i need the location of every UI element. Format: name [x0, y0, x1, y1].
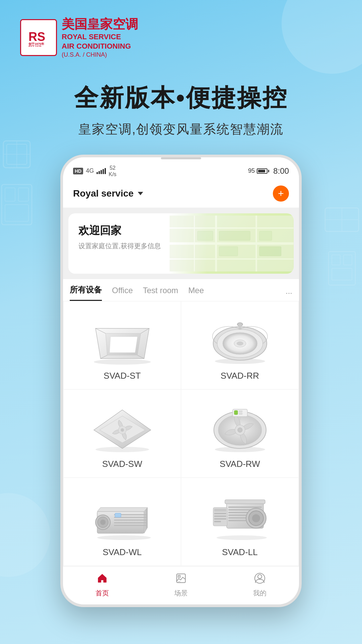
- svad-st-label: SVAD-ST: [104, 371, 141, 381]
- nav-home-label: 首页: [96, 589, 109, 598]
- phone-wrapper: HD 4G 52K/s 95: [0, 155, 362, 627]
- svg-text:RS: RS: [28, 30, 45, 44]
- nav-item-scene[interactable]: 场景: [142, 567, 221, 604]
- speed-text: 52K/s: [109, 165, 116, 177]
- add-icon: +: [278, 189, 284, 199]
- svg-rect-13: [344, 255, 352, 265]
- logo-cn-name: 美国皇家空调: [62, 17, 138, 32]
- device-card-svad-wl[interactable]: SVAD-WL: [64, 478, 181, 566]
- svg-rect-77: [228, 506, 262, 508]
- svg-point-85: [252, 514, 260, 522]
- svad-st-image: [89, 312, 156, 365]
- profile-icon: [254, 573, 265, 587]
- logo-en3: (U.S.A. / CHINA): [62, 51, 138, 58]
- tab-all-devices[interactable]: 所有设备: [70, 284, 102, 301]
- device-card-svad-rw[interactable]: SVAD-RW: [181, 390, 298, 477]
- hd-badge: HD: [73, 168, 83, 174]
- welcome-card[interactable]: 欢迎回家 设置家庭位置,获得更多信息: [68, 213, 294, 274]
- logo-icon: RS 创于1975年 EST.1975: [20, 19, 57, 56]
- hero-subtitle: 皇家空调,创领变风量系统智慧潮流: [20, 121, 342, 138]
- svg-rect-7: [5, 205, 28, 221]
- svad-wl-image: [89, 488, 156, 542]
- battery-icon: 95: [248, 167, 269, 174]
- svad-rw-image: [206, 400, 274, 453]
- signal-bar-3: [101, 170, 102, 174]
- add-button[interactable]: +: [273, 185, 289, 202]
- hero-title: 全新版本•便捷操控: [20, 82, 342, 114]
- battery-fill: [258, 170, 265, 172]
- svg-rect-59: [239, 413, 242, 415]
- svad-ll-label: SVAD-LL: [222, 547, 257, 557]
- svg-point-96: [258, 575, 262, 579]
- svg-rect-87: [214, 509, 226, 512]
- chevron-down-icon[interactable]: [138, 192, 143, 195]
- logo-en2: AIR CONDITIONING: [62, 42, 138, 51]
- device-card-svad-st[interactable]: SVAD-ST: [64, 302, 181, 389]
- svg-marker-63: [97, 507, 147, 512]
- notch: [161, 157, 201, 159]
- svg-rect-6: [18, 188, 28, 201]
- tab-office[interactable]: Office: [112, 286, 133, 300]
- svad-rw-label: SVAD-RW: [220, 459, 260, 469]
- location-name: Royal service: [73, 188, 134, 199]
- tab-mee[interactable]: Mee: [188, 286, 204, 300]
- battery-tip: [268, 170, 269, 172]
- svg-point-50: [121, 428, 124, 432]
- device-card-svad-sw[interactable]: SVAD-SW: [64, 390, 181, 477]
- svg-rect-76: [225, 500, 265, 504]
- svg-rect-73: [115, 513, 121, 517]
- welcome-text: 欢迎回家 设置家庭位置,获得更多信息: [68, 213, 294, 274]
- logo-en1: ROYAL SERVICE: [62, 32, 138, 42]
- status-right: 95 8:00: [248, 166, 289, 176]
- signal-bar-2: [99, 171, 100, 174]
- welcome-subtitle: 设置家庭位置,获得更多信息: [78, 241, 284, 251]
- network-type: 4G: [86, 167, 94, 174]
- phone-mockup: HD 4G 52K/s 95: [60, 155, 302, 607]
- svg-rect-57: [234, 411, 238, 415]
- tab-test-room[interactable]: Test room: [143, 286, 178, 300]
- nav-profile-label: 我的: [253, 589, 266, 598]
- svg-rect-5: [5, 188, 15, 201]
- battery-body: [257, 168, 267, 174]
- svg-point-43: [237, 341, 243, 345]
- svg-text:EST.1975: EST.1975: [28, 45, 42, 47]
- device-card-svad-rr[interactable]: SVAD-RR: [181, 302, 298, 389]
- nav-item-home[interactable]: 首页: [63, 567, 142, 604]
- app-navbar: Royal service +: [63, 180, 299, 208]
- svg-point-67: [100, 520, 106, 525]
- signal-bar-4: [103, 169, 104, 174]
- svg-rect-58: [239, 411, 242, 412]
- signal-bar-5: [105, 168, 106, 174]
- status-left: HD 4G 52K/s: [73, 165, 116, 177]
- svg-rect-70: [114, 520, 147, 521]
- svg-rect-88: [214, 513, 226, 514]
- device-tabs: 所有设备 Office Test room Mee ···: [63, 279, 299, 301]
- svad-sw-label: SVAD-SW: [102, 459, 142, 469]
- time-display: 8:00: [273, 166, 289, 176]
- svg-rect-12: [332, 255, 340, 265]
- svad-wl-label: SVAD-WL: [103, 547, 142, 557]
- svg-rect-90: [214, 518, 226, 520]
- nav-scene-label: 场景: [174, 589, 188, 598]
- location-selector[interactable]: Royal service: [73, 188, 143, 199]
- battery-pct: 95: [248, 167, 255, 174]
- welcome-title: 欢迎回家: [78, 223, 284, 238]
- nav-item-profile[interactable]: 我的: [220, 567, 299, 604]
- signal-bars: [97, 168, 106, 174]
- svg-marker-33: [110, 337, 137, 353]
- svg-rect-71: [114, 522, 147, 523]
- svad-ll-image: [206, 488, 274, 542]
- device-card-svad-ll[interactable]: SVAD-LL: [181, 478, 298, 566]
- tab-more-icon[interactable]: ···: [286, 288, 292, 298]
- svg-rect-91: [214, 521, 221, 522]
- svad-rr-label: SVAD-RR: [221, 371, 259, 381]
- svad-sw-image: [89, 400, 156, 453]
- svad-rr-image: [206, 312, 274, 365]
- bg-deco-right: [322, 201, 362, 335]
- hero-section: 全新版本•便捷操控 皇家空调,创领变风量系统智慧潮流: [0, 68, 362, 155]
- svg-rect-72: [114, 525, 147, 526]
- svg-rect-14: [332, 268, 352, 280]
- svg-point-61: [97, 535, 151, 540]
- device-grid: SVAD-ST: [63, 301, 299, 566]
- home-icon: [97, 573, 108, 587]
